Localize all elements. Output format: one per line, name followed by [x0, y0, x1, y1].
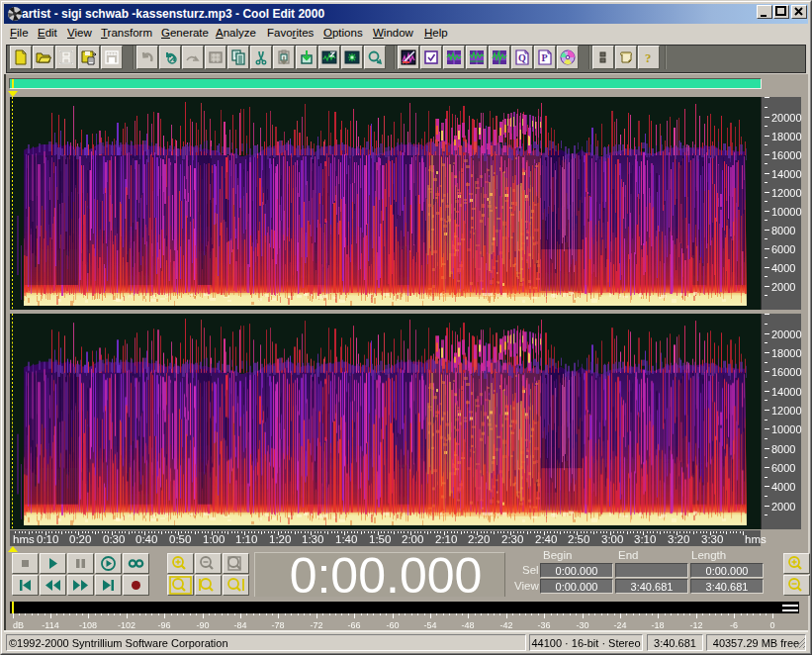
svg-text:?: ? [645, 50, 652, 65]
svg-text:Q: Q [518, 52, 526, 63]
svg-text:P: P [542, 52, 548, 63]
